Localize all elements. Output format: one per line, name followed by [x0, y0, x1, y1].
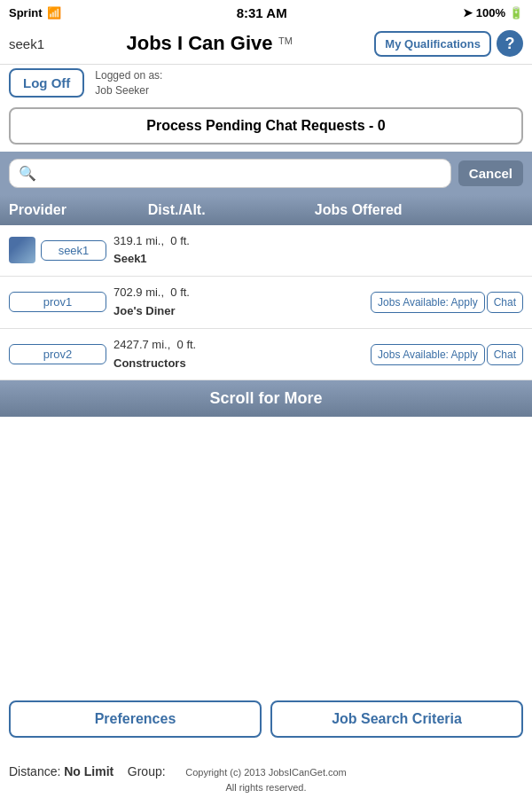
search-input[interactable]: [43, 166, 442, 181]
search-bar: 🔍 Cancel: [0, 152, 532, 195]
chat-prov1-button[interactable]: Chat: [487, 292, 523, 313]
logged-on-row: Log Off Logged on as: Job Seeker: [0, 65, 532, 100]
bottom-bar: Preferences Job Search Criteria: [0, 693, 532, 745]
status-right: ➤ 100% 🔋: [463, 6, 523, 20]
provider-seek1-button[interactable]: seek1: [41, 240, 106, 261]
title-area: Jobs I Can Give TM: [126, 32, 292, 55]
jobs-col-2: Jobs Available: Apply Chat: [371, 292, 523, 313]
dist-col-1: 319.1 mi., 0 ft. Seek1: [113, 232, 516, 270]
dist-col-3: 2427.7 mi., 0 ft. Constructors: [113, 336, 364, 373]
table-row: seek1 319.1 mi., 0 ft. Seek1: [0, 225, 532, 278]
status-left: Sprint 📶: [9, 6, 61, 20]
chat-prov2-button[interactable]: Chat: [487, 344, 523, 365]
table-row: prov2 2427.7 mi., 0 ft. Constructors Job…: [0, 329, 532, 381]
col-distance: Dist./Alt.: [148, 202, 315, 218]
scroll-banner: Scroll for More: [0, 380, 532, 417]
col-provider: Provider: [9, 202, 148, 218]
preferences-button[interactable]: Preferences: [9, 700, 262, 738]
status-time: 8:31 AM: [237, 5, 287, 20]
help-button[interactable]: ?: [497, 30, 523, 57]
provider-col-3: prov2: [9, 344, 106, 364]
cancel-button[interactable]: Cancel: [458, 160, 523, 186]
log-off-button[interactable]: Log Off: [9, 68, 84, 98]
provider-prov1-button[interactable]: prov1: [9, 292, 106, 312]
jobs-col-3: Jobs Available: Apply Chat: [371, 344, 523, 365]
header-title: Jobs I Can Give TM: [126, 32, 292, 55]
header-right: My Qualifications ?: [374, 30, 523, 57]
search-icon: 🔍: [19, 165, 36, 182]
dist-col-2: 702.9 mi., 0 ft. Joe's Diner: [113, 284, 364, 321]
provider-avatar: [9, 237, 35, 263]
trademark: TM: [278, 35, 293, 46]
pending-banner[interactable]: Process Pending Chat Requests - 0: [9, 107, 523, 145]
location-icon: ➤: [463, 6, 473, 20]
jobs-apply-prov2-button[interactable]: Jobs Available: Apply: [371, 344, 485, 365]
battery-label: 100%: [476, 6, 505, 20]
provider-col-2: prov1: [9, 292, 106, 312]
my-qualifications-button[interactable]: My Qualifications: [374, 31, 491, 57]
table-header: Provider Dist./Alt. Jobs Offered: [0, 195, 532, 225]
wifi-icon: 📶: [47, 6, 61, 20]
username: seek1: [9, 36, 44, 51]
job-search-criteria-button[interactable]: Job Search Criteria: [270, 700, 523, 738]
battery-icon: 🔋: [509, 6, 523, 20]
jobs-apply-prov1-button[interactable]: Jobs Available: Apply: [371, 292, 485, 313]
logged-on-info: Logged on as: Job Seeker: [95, 68, 162, 98]
status-bar: Sprint 📶 8:31 AM ➤ 100% 🔋: [0, 0, 532, 25]
header: seek1 Jobs I Can Give TM My Qualificatio…: [0, 25, 532, 65]
provider-col-1: seek1: [9, 237, 106, 263]
content-area: [0, 417, 532, 647]
table-row: prov1 702.9 mi., 0 ft. Joe's Diner Jobs …: [0, 277, 532, 329]
username-area: seek1: [9, 36, 44, 51]
carrier-label: Sprint: [9, 6, 43, 20]
col-jobs: Jobs Offered: [315, 202, 523, 218]
provider-prov2-button[interactable]: prov2: [9, 344, 106, 364]
search-input-container: 🔍: [9, 159, 451, 188]
copyright: Copyright (c) 2013 JobsICanGet.com All r…: [0, 763, 532, 798]
